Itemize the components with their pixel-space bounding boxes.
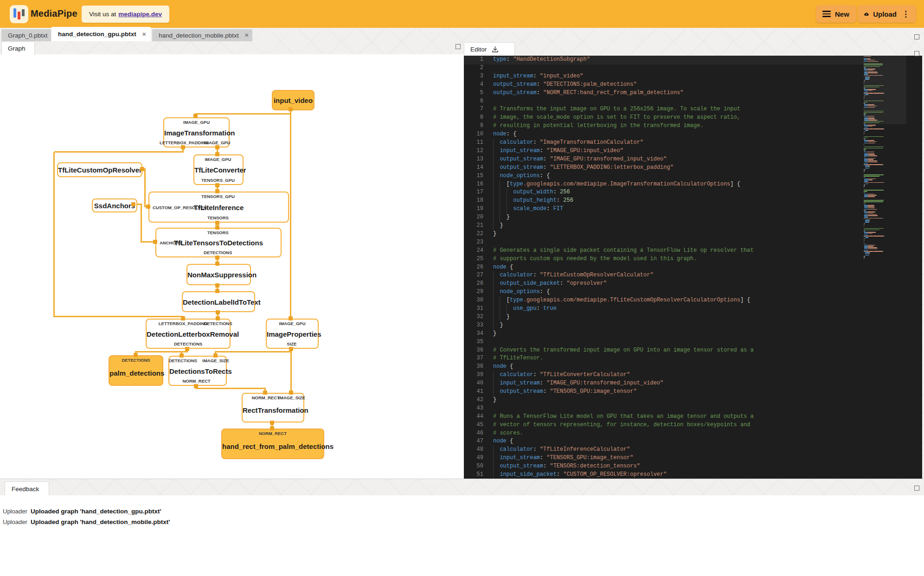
tab-graph[interactable]: Graph [1, 41, 35, 55]
code-line-46[interactable]: 46# scores. [464, 429, 922, 438]
code-line-45[interactable]: 45# vector of tensors representing, for … [464, 421, 922, 429]
code-line-18[interactable]: 18 output_height: 256 [464, 197, 922, 205]
graph-node-palm_detections[interactable]: DETECTIONSpalm_detections [109, 355, 163, 386]
minimap-viewport[interactable] [864, 56, 906, 124]
code-line-16[interactable]: 16 [type.googleapis.com/mediapipe.ImageT… [464, 180, 922, 189]
file-tab-hand_detection_mobile.pbtxt[interactable]: hand_detection_mobile.pbtxt✕ [152, 29, 252, 41]
port-label-image_gpu: IMAGE_GPU [279, 321, 305, 326]
new-button[interactable]: New [816, 5, 856, 23]
code-line-49[interactable]: 49 input_stream: "TENSORS_GPU:image_tens… [464, 454, 922, 462]
code-line-36[interactable]: 36# Converts the transformed input image… [464, 346, 922, 355]
tab-editor[interactable]: Editor [464, 42, 515, 56]
graph-node-tflite_tensors_to_detections[interactable]: TENSORSDETECTIONSANCHORSTfLiteTensorsToD… [155, 228, 282, 257]
code-text: output_width: 256 [493, 188, 570, 197]
tab-feedback[interactable]: Feedback [5, 481, 49, 496]
code-line-9[interactable]: 9# resulting in potential letterboxing i… [464, 122, 922, 130]
code-line-25[interactable]: 25# supports custom ops needed by the mo… [464, 255, 922, 263]
port-label-image_gpu: IMAGE_GPU [204, 140, 230, 145]
graph-node-hand_rect_from_palm_detections[interactable]: NORM_RECThand_rect_from_palm_detections [221, 429, 324, 459]
graph-canvas[interactable]: input_videoIMAGE_GPULETTERBOX_PADDINGIMA… [0, 54, 464, 479]
close-tab-icon[interactable]: ✕ [141, 31, 148, 38]
code-line-7[interactable]: 7# Transforms the input image on GPU to … [464, 105, 922, 114]
code-line-34[interactable]: 34} [464, 330, 922, 338]
graph-node-tflite_converter[interactable]: IMAGE_GPUTENSORS_GPUTfLiteConverter [193, 154, 244, 185]
feedback-tab-label: Feedback [12, 486, 39, 493]
code-line-28[interactable]: 28 output_side_packet: "opresolver" [464, 280, 922, 288]
code-line-38[interactable]: 38node { [464, 363, 922, 371]
code-line-2[interactable]: 2 [464, 64, 922, 72]
code-line-19[interactable]: 19 scale_mode: FIT [464, 205, 922, 213]
code-line-40[interactable]: 40 input_stream: "IMAGE_GPU:transformed_… [464, 379, 922, 388]
code-line-41[interactable]: 41 output_stream: "TENSORS_GPU:image_ten… [464, 388, 922, 396]
code-line-24[interactable]: 24# Generates a single side packet conta… [464, 247, 922, 255]
node-title: SsdAnchors [93, 202, 136, 210]
code-line-29[interactable]: 29 node_options: { [464, 288, 922, 296]
line-number: 49 [464, 454, 483, 462]
close-tab-icon[interactable]: ✕ [244, 32, 250, 39]
code-line-50[interactable]: 50 output_stream: "TENSORS:detection_ten… [464, 462, 922, 471]
code-line-42[interactable]: 42} [464, 396, 922, 404]
download-icon[interactable] [491, 45, 499, 53]
code-line-12[interactable]: 12 input_stream: "IMAGE_GPU:input_video" [464, 147, 922, 155]
code-line-5[interactable]: 5output_stream: "NORM_RECT:hand_rect_fro… [464, 89, 922, 97]
graph-node-tflite_custom_op_resolver[interactable]: TfLiteCustomOpResolver [57, 162, 142, 177]
code-text: node_options: { [493, 172, 550, 180]
mediapipe-dev-link[interactable]: mediapipe.dev [118, 11, 162, 18]
upload-more-icon[interactable]: ⋮ [902, 9, 910, 19]
code-text: node_options: { [493, 288, 550, 296]
file-tab-Graph_0.pbtxt[interactable]: Graph_0.pbtxt✕ [1, 29, 51, 41]
code-line-3[interactable]: 3input_stream: "input_video" [464, 72, 922, 81]
maximize-feedback-panel-icon[interactable] [914, 486, 919, 491]
code-line-14[interactable]: 14 output_stream: "LETTERBOX_PADDING:let… [464, 164, 922, 172]
upload-button[interactable]: Upload ⋮ [858, 5, 916, 23]
code-line-11[interactable]: 11 calculator: "ImageTransformationCalcu… [464, 139, 922, 147]
code-line-31[interactable]: 31 use_gpu: true [464, 305, 922, 313]
code-line-33[interactable]: 33 } [464, 321, 922, 330]
graph-node-non_max_suppression[interactable]: NonMaxSuppression [186, 264, 251, 285]
graph-node-rect_transformation[interactable]: NORM_RECTIMAGE_SIZERectTransformation [242, 393, 304, 422]
graph-node-tflite_inference[interactable]: TENSORS_GPUTENSORSCUSTOM_OP_RESOLVERTfLi… [148, 192, 289, 223]
code-line-8[interactable]: 8# image, the scale_mode option is set t… [464, 114, 922, 122]
code-editor[interactable]: 1type: "HandDetectionSubgraph"23input_st… [464, 56, 922, 479]
graph-node-detections_to_rects[interactable]: DETECTIONSIMAGE_SIZENORM_RECTDetectionsT… [168, 356, 227, 386]
code-line-26[interactable]: 26node { [464, 263, 922, 272]
code-line-27[interactable]: 27 calculator: "TfLiteCustomOpResolverCa… [464, 271, 922, 280]
code-line-20[interactable]: 20 } [464, 213, 922, 222]
line-number: 3 [464, 72, 483, 81]
code-line-23[interactable]: 23 [464, 238, 922, 247]
code-line-6[interactable]: 6 [464, 97, 922, 106]
code-line-32[interactable]: 32 } [464, 313, 922, 321]
code-line-44[interactable]: 44# Runs a TensorFlow Lite model on GPU … [464, 413, 922, 421]
graph-node-detection_letterbox_removal[interactable]: LETTERBOX_PADDINGDETECTIONSDETECTIONSDet… [146, 319, 231, 349]
code-line-13[interactable]: 13 output_stream: "IMAGE_GPU:transformed… [464, 155, 922, 164]
code-line-48[interactable]: 48 calculator: "TfLiteInferenceCalculato… [464, 446, 922, 454]
indent-guide [507, 305, 507, 313]
code-line-35[interactable]: 35 [464, 338, 922, 346]
file-tab-hand_detection_gpu.pbtxt[interactable]: hand_detection_gpu.pbtxt✕ [51, 27, 151, 41]
line-number: 32 [464, 313, 483, 321]
graph-node-input_video[interactable]: input_video [272, 90, 314, 110]
code-line-39[interactable]: 39 calculator: "TfLiteConverterCalculato… [464, 371, 922, 379]
code-line-37[interactable]: 37# TfLiteTensor. [464, 354, 922, 363]
code-line-22[interactable]: 22} [464, 230, 922, 238]
code-line-1[interactable]: 1type: "HandDetectionSubgraph" [464, 56, 864, 64]
graph-node-detection_label_id_to_text[interactable]: DetectionLabelIdToText [182, 291, 255, 312]
graph-node-image_properties[interactable]: IMAGE_GPUSIZEImageProperties [266, 319, 319, 349]
code-line-10[interactable]: 10node: { [464, 130, 922, 139]
graph-node-image_transformation[interactable]: IMAGE_GPULETTERBOX_PADDINGIMAGE_GPUImage… [163, 117, 230, 147]
code-line-17[interactable]: 17 output_width: 256 [464, 188, 922, 197]
code-line-21[interactable]: 21 } [464, 222, 922, 230]
code-line-15[interactable]: 15 node_options: { [464, 172, 922, 180]
code-line-43[interactable]: 43 [464, 404, 922, 413]
code-line-30[interactable]: 30 [type.googleapis.com/mediapipe.TfLite… [464, 296, 922, 305]
graph-node-ssd_anchors[interactable]: SsdAnchors [92, 198, 137, 212]
code-line-4[interactable]: 4output_stream: "DETECTIONS:palm_detecti… [464, 81, 922, 89]
line-number: 21 [464, 222, 483, 230]
maximize-editor-panel-icon[interactable] [914, 51, 919, 56]
code-text: node: { [493, 130, 516, 139]
code-line-47[interactable]: 47node { [464, 437, 922, 446]
line-number: 50 [464, 462, 483, 471]
maximize-tabs-icon[interactable] [914, 34, 919, 39]
maximize-graph-panel-icon[interactable] [456, 44, 461, 49]
code-line-51[interactable]: 51 input_side_packet: "CUSTOM_OP_RESOLVE… [464, 471, 922, 479]
